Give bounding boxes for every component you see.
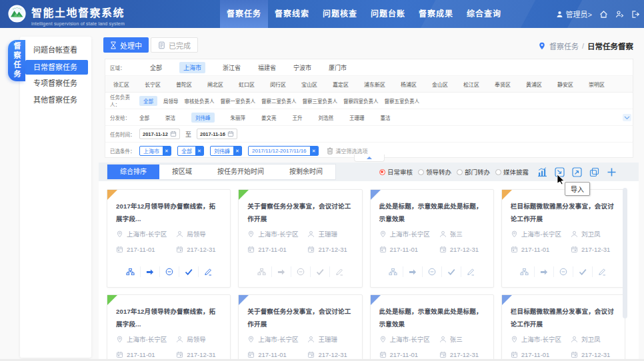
nav-item[interactable]: 综合查询: [460, 0, 508, 28]
filter-option[interactable]: 宁波市: [293, 63, 311, 72]
sort-tab[interactable]: 综合排序: [107, 165, 159, 179]
filter-option[interactable]: 刘伟峰: [191, 113, 215, 123]
export-icon[interactable]: [571, 167, 583, 178]
clear-filters-button[interactable]: 清空筛选选项: [327, 147, 368, 155]
minus-circle-icon[interactable]: [422, 266, 441, 277]
filter-option[interactable]: 督察一室负责人: [221, 97, 256, 105]
filter-option[interactable]: 审核处负责人: [185, 97, 215, 105]
forward-icon[interactable]: [271, 266, 291, 277]
end-date-input[interactable]: 2017-11-16: [197, 129, 237, 139]
org-icon[interactable]: [121, 266, 140, 277]
nav-item[interactable]: 督察任务: [220, 0, 268, 28]
filter-option[interactable]: 杨浦区: [401, 81, 417, 88]
check-icon[interactable]: [441, 266, 461, 277]
minus-circle-icon[interactable]: [159, 266, 179, 277]
copy-icon[interactable]: [589, 167, 600, 178]
edit-icon[interactable]: [198, 266, 217, 277]
category-radio[interactable]: 部门转办: [457, 167, 490, 177]
tab-done[interactable]: 已完成: [151, 37, 198, 53]
user-menu[interactable]: 管理员>: [556, 9, 592, 19]
filter-option[interactable]: 长宁区: [145, 81, 161, 88]
filter-option[interactable]: 全部: [139, 114, 149, 121]
filter-option[interactable]: 局领导: [163, 97, 179, 105]
filter-option[interactable]: 浦东新区: [364, 81, 385, 88]
check-icon[interactable]: [573, 266, 592, 277]
filter-option[interactable]: 普陀区: [176, 81, 192, 88]
org-icon[interactable]: [252, 266, 271, 277]
home-icon[interactable]: [599, 10, 608, 19]
filter-option[interactable]: 督察三室负责人: [303, 97, 338, 105]
selected-filter-chip[interactable]: 刘伟峰✕: [210, 146, 242, 156]
start-date-input[interactable]: 2017-11-12: [139, 129, 180, 139]
chip-remove-icon[interactable]: ✕: [310, 146, 318, 156]
filter-option[interactable]: 浙江省: [223, 63, 241, 72]
sort-tab[interactable]: 按区域: [159, 165, 205, 179]
filter-option[interactable]: 福建省: [258, 63, 276, 72]
filter-option[interactable]: 厦门市: [329, 63, 347, 72]
chip-remove-icon[interactable]: ✕: [195, 146, 203, 156]
task-card[interactable]: 此处是标题，示意效果此处是标题，示意效果上海市-长宁区张三217-11-0121…: [370, 189, 494, 288]
category-radio[interactable]: 媒体披露: [495, 167, 529, 177]
filter-option[interactable]: 督察五室负责人: [385, 97, 420, 105]
filter-option[interactable]: 全部: [139, 96, 157, 106]
nav-item[interactable]: 问题台账: [364, 0, 412, 28]
sidebar-menu-item[interactable]: 其他督察任务: [20, 92, 91, 109]
tab-processing[interactable]: 处理中: [103, 37, 149, 53]
filter-option[interactable]: 崇明区: [589, 81, 605, 88]
check-icon[interactable]: [310, 266, 329, 277]
filter-option[interactable]: 朱丽萍: [231, 114, 246, 121]
filter-option[interactable]: 姜文亮: [261, 114, 277, 121]
filter-option[interactable]: 嘉定区: [333, 81, 349, 88]
sort-tab[interactable]: 按剩余时间: [277, 165, 335, 179]
minus-circle-icon[interactable]: [291, 266, 310, 277]
filter-option[interactable]: 静安区: [557, 81, 573, 88]
user-switch-icon[interactable]: [615, 10, 624, 19]
sidebar-menu-item[interactable]: 问题台帐查看: [20, 42, 91, 59]
task-card[interactable]: 2017年12月领导转办督察线索，拓展字段...上海市-长宁区局领导217-11…: [107, 189, 231, 288]
stats-icon[interactable]: [537, 167, 548, 178]
expand-assignee-button[interactable]: [623, 114, 631, 121]
filter-option[interactable]: 王升: [293, 114, 303, 121]
vertical-scrollbar[interactable]: [623, 188, 627, 318]
filter-option[interactable]: 虹口区: [239, 81, 255, 88]
filter-option[interactable]: 闵行区: [270, 81, 286, 88]
filter-option[interactable]: 松江区: [463, 81, 479, 88]
filter-option[interactable]: 金山区: [432, 81, 448, 88]
filter-option[interactable]: 王珊珊: [349, 114, 365, 121]
selected-filter-chip[interactable]: 2017/11/12-2017/11/16✕: [248, 146, 319, 156]
task-card[interactable]: 关于督察任务分发事宜，会议讨论工作开展上海市-长宁区王珊珊217-11-0121…: [238, 189, 362, 288]
org-icon[interactable]: [515, 266, 534, 277]
filter-option[interactable]: 闸北区: [207, 81, 223, 88]
selected-filter-chip[interactable]: 上海市✕: [139, 146, 171, 156]
filter-option[interactable]: 宝山区: [301, 81, 317, 88]
sidebar-menu-item[interactable]: 专项督察任务: [20, 75, 91, 92]
collapse-filter-button[interactable]: [354, 155, 385, 162]
add-icon[interactable]: [606, 167, 617, 178]
sort-tab[interactable]: 按任务开始时间: [205, 165, 277, 179]
filter-option[interactable]: 黄浦区: [526, 81, 542, 88]
filter-option[interactable]: 上海市: [179, 62, 205, 73]
edit-icon[interactable]: [592, 266, 611, 277]
chip-remove-icon[interactable]: ✕: [233, 146, 241, 156]
logout-icon[interactable]: [631, 10, 640, 19]
selected-filter-chip[interactable]: 全部✕: [177, 146, 204, 156]
edit-icon[interactable]: [329, 266, 349, 277]
forward-icon[interactable]: [534, 266, 553, 277]
task-card[interactable]: 此处是标题，示意效果此处是标题，示意效果上海市-长宁区张三217-11-0121…: [370, 294, 494, 361]
check-icon[interactable]: [179, 266, 198, 277]
category-radio[interactable]: 日常审核: [379, 167, 413, 177]
forward-icon[interactable]: [403, 266, 422, 277]
filter-option[interactable]: 徐汇区: [113, 81, 129, 88]
minus-circle-icon[interactable]: [553, 266, 573, 277]
nav-item[interactable]: 督察成果: [412, 0, 460, 28]
sidebar-menu-item[interactable]: 日常督察任务: [25, 60, 88, 75]
filter-option[interactable]: 董洁: [381, 114, 391, 121]
filter-option[interactable]: 督察二室负责人: [261, 97, 297, 105]
nav-item[interactable]: 督察线索: [268, 0, 316, 28]
filter-option[interactable]: 全部: [150, 63, 162, 72]
filter-option[interactable]: 督察四室负责人: [343, 97, 379, 105]
breadcrumb-root[interactable]: 督察任务: [549, 41, 579, 51]
filter-option[interactable]: 刘浩然: [319, 114, 334, 121]
chip-remove-icon[interactable]: ✕: [163, 146, 171, 156]
category-radio[interactable]: 领导转办: [418, 167, 451, 177]
